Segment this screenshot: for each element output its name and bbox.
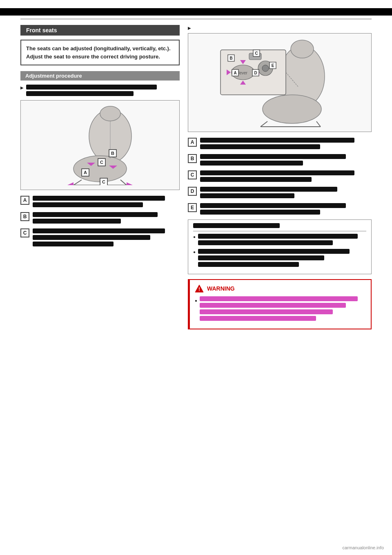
label-text-A-left bbox=[33, 196, 180, 209]
svg-marker-8 bbox=[127, 182, 133, 185]
label-row-A-left: A bbox=[20, 196, 180, 209]
sub-section-header-adjustment: Adjustment procedure bbox=[20, 71, 180, 81]
label-badge-D-right: D bbox=[188, 187, 197, 196]
label-text-D-right bbox=[200, 187, 372, 200]
svg-text:B: B bbox=[111, 151, 114, 156]
left-column: Front seats The seats can be adjusted (l… bbox=[20, 25, 180, 329]
notice-title bbox=[193, 223, 366, 231]
svg-text:A: A bbox=[234, 71, 236, 75]
svg-text:E: E bbox=[272, 63, 274, 68]
left-seat-diagram: A B C C bbox=[20, 100, 180, 190]
svg-line-5 bbox=[120, 180, 127, 185]
top-bar bbox=[0, 8, 392, 16]
warning-title: ! WARNING bbox=[195, 284, 366, 293]
label-text-E-right bbox=[200, 203, 372, 216]
svg-line-4 bbox=[74, 180, 82, 185]
label-badge-B-right: B bbox=[188, 154, 197, 163]
svg-text:C: C bbox=[255, 51, 258, 56]
label-row-E-right: E bbox=[188, 203, 372, 216]
label-row-C-left: C bbox=[20, 228, 180, 248]
svg-point-21 bbox=[263, 95, 321, 123]
svg-point-3 bbox=[100, 106, 120, 121]
warning-item-1 bbox=[195, 296, 366, 322]
svg-text:A: A bbox=[84, 170, 87, 175]
label-text-C-left bbox=[33, 228, 180, 248]
svg-point-34 bbox=[262, 65, 269, 72]
svg-text:!: ! bbox=[198, 286, 200, 292]
label-row-B-right: B bbox=[188, 154, 372, 167]
warning-box: ! WARNING bbox=[188, 279, 372, 329]
warning-triangle-icon: ! bbox=[195, 284, 204, 293]
label-row-C-right: C bbox=[188, 170, 372, 184]
notice-item-1 bbox=[193, 234, 366, 247]
label-badge-A-right: A bbox=[188, 138, 197, 147]
watermark: carmanualonline.info bbox=[342, 545, 384, 550]
svg-line-22 bbox=[261, 121, 267, 127]
label-badge-C-left: C bbox=[20, 228, 29, 237]
svg-point-20 bbox=[291, 40, 314, 58]
label-row-B-left: B bbox=[20, 212, 180, 225]
label-badge-C-right: C bbox=[188, 170, 197, 179]
svg-text:C: C bbox=[102, 179, 105, 184]
left-arrow-bullet bbox=[20, 85, 180, 98]
notice-box bbox=[188, 219, 372, 274]
svg-line-23 bbox=[316, 121, 321, 127]
svg-marker-7 bbox=[67, 182, 74, 185]
label-text-A-right bbox=[200, 138, 372, 151]
notice-item-2 bbox=[193, 249, 366, 269]
label-badge-E-right: E bbox=[188, 203, 197, 212]
label-row-D-right: D bbox=[188, 187, 372, 200]
svg-text:B: B bbox=[229, 56, 232, 60]
svg-text:C: C bbox=[100, 160, 103, 165]
label-badge-B-left: B bbox=[20, 212, 29, 221]
horizontal-rule bbox=[20, 19, 372, 19]
right-column: lever A B bbox=[188, 25, 372, 329]
label-text-B-left bbox=[33, 212, 180, 225]
warning-label: WARNING bbox=[207, 285, 235, 292]
label-badge-A-left: A bbox=[20, 196, 29, 205]
section-header-front-seats: Front seats bbox=[20, 25, 180, 36]
label-row-A-right: A bbox=[188, 138, 372, 151]
info-box-seats: The seats can be adjusted (longitudinall… bbox=[20, 40, 180, 65]
svg-text:lever: lever bbox=[238, 71, 247, 75]
right-seat-diagram: lever A B bbox=[188, 33, 372, 132]
label-text-B-right bbox=[200, 154, 372, 167]
right-arrow-bullet bbox=[188, 25, 372, 31]
label-text-C-right bbox=[200, 170, 372, 184]
svg-text:D: D bbox=[254, 71, 257, 75]
